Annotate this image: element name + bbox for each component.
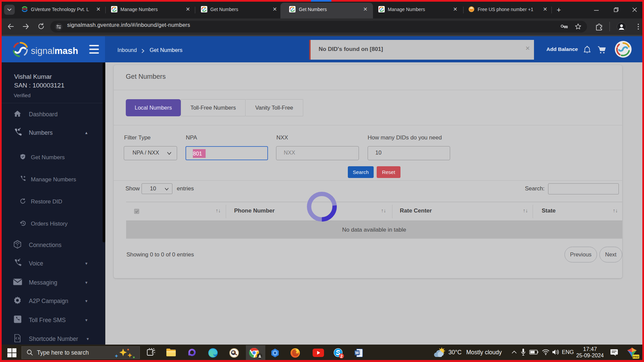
svg-text:PRE: PRE [633,355,639,359]
svg-text:W: W [355,351,359,355]
svg-text:2: 2 [340,354,343,359]
